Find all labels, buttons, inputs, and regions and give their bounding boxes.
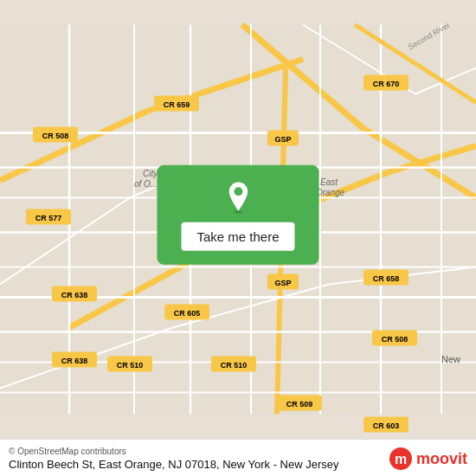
moovit-icon: m <box>389 447 413 471</box>
svg-text:CR 658: CR 658 <box>373 274 400 283</box>
svg-text:CR 638: CR 638 <box>61 357 88 365</box>
svg-text:CR 508: CR 508 <box>42 132 69 140</box>
svg-text:of O...: of O... <box>134 179 158 189</box>
location-card: Take me there <box>157 164 318 264</box>
svg-text:CR 508: CR 508 <box>382 335 408 344</box>
moovit-logo[interactable]: m moovit <box>389 447 467 471</box>
map-container: CR 508 CR 659 CR 670 CR 577 CR 638 CR 63… <box>0 0 476 439</box>
svg-text:CR 670: CR 670 <box>373 80 400 88</box>
moovit-brand-text: moovit <box>416 450 467 468</box>
svg-point-71 <box>234 187 242 196</box>
svg-text:CR 510: CR 510 <box>221 361 248 370</box>
svg-text:m: m <box>395 452 407 466</box>
svg-text:CR 509: CR 509 <box>286 400 313 408</box>
svg-text:East: East <box>320 177 338 187</box>
osm-attribution: © OpenStreetMap contributors <box>9 447 339 456</box>
svg-text:CR 577: CR 577 <box>35 214 62 222</box>
bottom-bar: © OpenStreetMap contributors Clinton Bee… <box>0 439 476 476</box>
svg-text:CR 605: CR 605 <box>174 309 201 318</box>
svg-text:GSP: GSP <box>274 279 291 287</box>
svg-text:GSP: GSP <box>274 135 291 144</box>
location-pin-icon <box>222 180 254 213</box>
take-me-there-button[interactable]: Take me there <box>181 222 294 250</box>
svg-text:CR 638: CR 638 <box>61 291 88 299</box>
address-text: Clinton Beech St, East Orange, NJ 07018,… <box>9 458 339 471</box>
svg-text:Orange: Orange <box>316 188 345 197</box>
svg-text:New: New <box>441 354 460 364</box>
svg-text:CR 510: CR 510 <box>117 361 144 370</box>
svg-text:CR 603: CR 603 <box>373 421 400 430</box>
app: CR 508 CR 659 CR 670 CR 577 CR 638 CR 63… <box>0 0 476 476</box>
svg-point-70 <box>234 210 242 213</box>
svg-text:CR 659: CR 659 <box>164 100 190 109</box>
bottom-left-info: © OpenStreetMap contributors Clinton Bee… <box>9 447 339 471</box>
